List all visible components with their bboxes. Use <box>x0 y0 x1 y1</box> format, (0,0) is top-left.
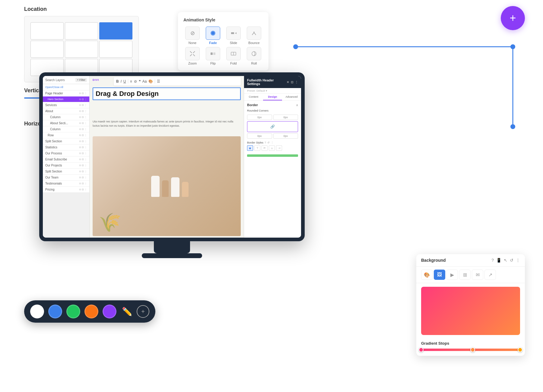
rp-corner-tr[interactable]: 0px <box>273 115 298 120</box>
open-close-all[interactable]: Open/Close All <box>43 84 89 90</box>
toolbar-color[interactable]: 🎨 <box>148 79 153 84</box>
toolbar-underline[interactable]: U <box>123 79 126 84</box>
sidebar-item-pricing[interactable]: Pricing ⊙ ⊡ ⋮ <box>43 187 89 193</box>
sidebar-item-column-2[interactable]: Column ⊙ ⊡ ⋮ <box>43 126 89 132</box>
anim-flip[interactable]: Flip <box>204 47 222 65</box>
sidebar-item-row[interactable]: Row ⊙ ⊡ ⋮ <box>43 132 89 138</box>
rp-bi-right[interactable]: ⊢ <box>262 145 268 151</box>
sidebar-item-about[interactable]: About ⊙ ⊡ ⋮ <box>43 108 89 114</box>
anim-zoom-label: Zoom <box>188 62 197 65</box>
toolbar-italic[interactable]: I <box>121 79 122 84</box>
rp-corner-main[interactable]: 🔗 <box>247 121 298 132</box>
tab-content[interactable]: Content <box>244 94 263 100</box>
toolbar-align[interactable]: ≡ <box>130 79 132 84</box>
anim-fold[interactable]: Fold <box>224 47 243 65</box>
loc-cell-3[interactable] <box>99 22 132 40</box>
sidebar-search[interactable]: Search Layers + Filter <box>43 76 89 84</box>
loc-cell-1[interactable] <box>30 22 64 40</box>
monitor: Search Layers + Filter Open/Close All Pa… <box>39 72 305 259</box>
anim-none[interactable]: ⊘ None <box>183 27 202 45</box>
sidebar-item-services[interactable]: Services ⊙ ⊡ ⋮ <box>43 102 89 108</box>
body-text: Uta maedr nec ipsum sapien. Interdum et … <box>93 120 241 128</box>
anim-none-icon: ⊘ <box>185 27 200 40</box>
tab-advanced[interactable]: Advanced <box>282 94 301 100</box>
sidebar-item-statistics[interactable]: Statistics ⊙ ⊡ ⋮ <box>43 144 89 150</box>
filter-button[interactable]: + Filter <box>75 78 87 82</box>
anim-roll[interactable]: Roll <box>245 47 263 65</box>
toolbar-bold[interactable]: B <box>116 79 119 84</box>
rp-border-reset[interactable]: ↺ <box>267 141 270 144</box>
bg-more-icon[interactable]: ⋮ <box>516 258 520 263</box>
rp-close-icon[interactable]: ✕ <box>287 81 289 84</box>
sidebar-item-email-subscribe[interactable]: Email Subscribe ⊙ ⊡ ⋮ <box>43 156 89 163</box>
gs-stop-3[interactable] <box>518 347 522 352</box>
heading-container[interactable]: Drag & Drop Design <box>93 87 241 100</box>
toolbar-quote[interactable]: ❝ <box>139 79 141 84</box>
anim-fade[interactable]: Fade <box>204 27 222 45</box>
gradient-preview <box>421 287 520 335</box>
svg-rect-9 <box>231 32 234 34</box>
rp-bi-top[interactable]: ⊤ <box>254 145 260 151</box>
add-button[interactable]: + <box>501 6 525 30</box>
bg-type-pattern[interactable]: ⊞ <box>459 270 471 280</box>
rp-border-more[interactable]: ⋮ <box>271 141 274 144</box>
rp-bi-bottom[interactable]: ⊥ <box>269 145 275 151</box>
bg-device-icon[interactable]: 📱 <box>496 258 501 263</box>
gs-stop-2[interactable] <box>470 347 475 352</box>
swatch-green[interactable] <box>66 305 80 318</box>
toolbar-list[interactable]: ☰ <box>157 79 160 84</box>
rp-corner-tl[interactable]: 0px <box>247 115 272 120</box>
bg-cursor-icon[interactable]: ↖ <box>504 258 507 263</box>
rp-preset[interactable]: Preset: Default ▾ <box>244 88 301 94</box>
loc-cell-6[interactable] <box>99 41 132 58</box>
sidebar-item-page-header[interactable]: Page Header ⊙ ⊡ ⋮ <box>43 90 89 96</box>
swatch-white[interactable] <box>30 305 44 318</box>
rp-corner-br[interactable]: 0px <box>273 133 298 139</box>
rp-expand-icon[interactable]: ⊡ <box>291 81 293 84</box>
sidebar-item-split-section-1[interactable]: Split Section ⊙ ⊡ ⋮ <box>43 138 89 144</box>
bg-type-mask[interactable]: ✉ <box>472 270 483 280</box>
loc-cell-4[interactable] <box>30 41 64 58</box>
anim-zoom[interactable]: Zoom <box>183 47 202 65</box>
toolbar-strike[interactable]: ⊘ <box>134 79 137 84</box>
loc-cell-2[interactable] <box>65 22 98 40</box>
gs-stop-1[interactable] <box>419 347 424 352</box>
anim-slide-icon <box>226 27 241 40</box>
bg-type-video[interactable]: ▶ <box>446 270 458 280</box>
tab-design[interactable]: Design <box>263 94 282 100</box>
sidebar-item-testimonials[interactable]: Testimonials ⊙ ⊡ ⋮ <box>43 181 89 187</box>
loc-cell-5[interactable] <box>65 41 98 58</box>
rp-bi-all[interactable]: ▣ <box>247 145 253 151</box>
bg-type-image[interactable]: 🖼 <box>434 270 445 280</box>
anim-fold-label: Fold <box>230 62 237 65</box>
swatch-purple[interactable] <box>103 305 116 318</box>
bg-reset-icon[interactable]: ↺ <box>510 258 513 263</box>
bottle-4 <box>182 182 189 197</box>
bg-type-gradient[interactable]: ↗ <box>484 270 496 280</box>
anim-slide[interactable]: Slide <box>224 27 243 45</box>
sidebar-item-column-1[interactable]: Column ⊙ ⊡ ⋮ <box>43 114 89 120</box>
sidebar-item-about-secti[interactable]: About Secti... ⊙ ⊡ ⋮ <box>43 120 89 126</box>
toolbar-font[interactable]: Aa <box>142 79 147 84</box>
bg-help-icon[interactable]: ? <box>491 258 494 263</box>
swatch-blue[interactable] <box>48 305 62 318</box>
eyedropper-icon[interactable]: ✏️ <box>122 307 132 317</box>
add-color-button[interactable]: + <box>137 305 149 318</box>
rp-bi-left[interactable]: ⊣ <box>276 145 282 151</box>
bg-type-color[interactable]: 🎨 <box>421 270 433 280</box>
bottle-1 <box>151 176 160 197</box>
rp-link-icon: 🔗 <box>270 125 275 129</box>
rp-border-help[interactable]: ? <box>265 141 266 144</box>
sidebar-item-split-section-2[interactable]: Split Section ⊙ ⊡ ⋮ <box>43 169 89 175</box>
sidebar-item-our-projects[interactable]: Our Projects ⊙ ⊡ ⋮ <box>43 163 89 169</box>
anim-bounce[interactable]: Bounce <box>245 27 263 45</box>
rp-border-toggle[interactable]: ∧ <box>296 103 298 107</box>
rp-more-icon[interactable]: ⋮ <box>295 81 298 84</box>
gradient-slider[interactable] <box>421 349 520 351</box>
sidebar-item-our-process[interactable]: Our Process ⊙ ⊡ ⋮ <box>43 150 89 156</box>
sidebar-item-our-team[interactable]: Our Team ⊙ ⊡ ⋮ <box>43 175 89 181</box>
canvas-area: DIVI B I U ≡ ⊘ ❝ Aa 🎨 ☰ Drag & <box>90 76 244 238</box>
rp-corner-bl[interactable]: 0px <box>247 133 272 139</box>
sidebar-item-hero-section[interactable]: Hero Section ⊙ ⊡ ⋮ <box>43 96 89 102</box>
swatch-orange[interactable] <box>84 305 98 318</box>
